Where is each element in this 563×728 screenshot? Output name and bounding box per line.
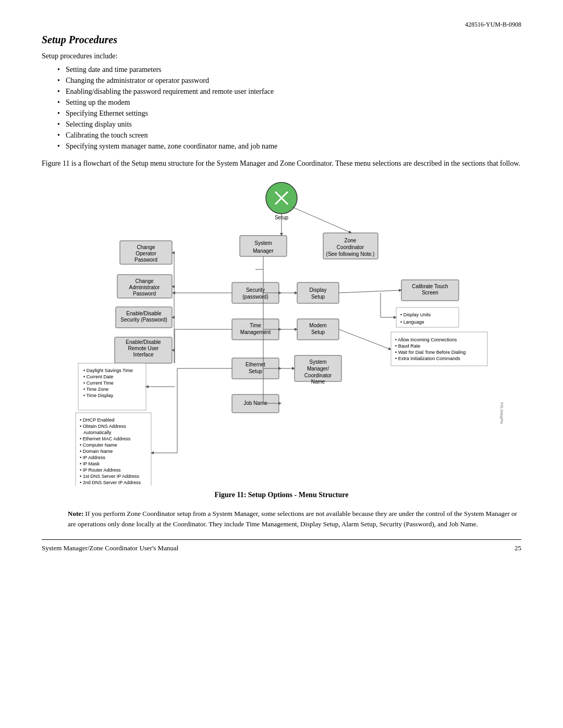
svg-text:Job Name: Job Name [243,400,267,406]
svg-text:Password: Password [134,257,157,263]
flowchart-svg: .box { fill: #d8d8d8; stroke: #555; stro… [47,178,516,486]
section-title: Setup Procedures [42,34,521,46]
svg-text:Change: Change [135,278,153,284]
svg-text:Modem: Modem [309,323,326,328]
figure-intro: Figure 11 is a flowchart of the Setup me… [42,158,521,169]
svg-text:• Allow Incoming Connections: • Allow Incoming Connections [395,337,457,342]
svg-text:System: System [254,240,272,246]
svg-text:• Baud Rate: • Baud Rate [395,343,420,349]
svg-text:Manager: Manager [253,248,274,254]
svg-text:FIG.SetupFlo: FIG.SetupFlo [499,402,504,424]
svg-rect-18 [297,282,339,303]
svg-text:Manager/: Manager/ [307,366,329,372]
svg-text:• DHCP Enabled: • DHCP Enabled [80,417,115,423]
svg-text:Enable/Disable: Enable/Disable [126,311,162,316]
flowchart-container: .box { fill: #d8d8d8; stroke: #555; stro… [42,178,521,486]
svg-line-106 [339,329,390,349]
svg-text:Display: Display [310,287,327,293]
bullet-item: Setting date and time parameters [57,66,521,74]
svg-text:Zone: Zone [345,238,357,243]
svg-text:• IP Router Address: • IP Router Address [80,467,121,473]
svg-text:Screen: Screen [422,290,438,295]
svg-text:Name: Name [311,379,325,385]
svg-text:Calibrate Touch: Calibrate Touch [412,283,448,289]
svg-text:Change: Change [137,244,155,250]
svg-text:Security (Password): Security (Password) [120,317,167,323]
footer-right: 25 [515,544,521,552]
svg-text:• Computer Name: • Computer Name [80,442,117,448]
bullet-item: Calibrating the touch screen [57,131,521,140]
svg-text:Interface: Interface [133,352,154,357]
svg-text:Automatically: Automatically [83,430,112,435]
bullet-item: Specifying system manager name, zone coo… [57,142,521,151]
svg-text:• Ethernet MAC Address: • Ethernet MAC Address [80,436,131,441]
svg-text:Time: Time [250,323,261,328]
svg-text:Setup: Setup [249,368,263,374]
svg-line-98 [339,290,400,293]
bullet-item: Selecting display units [57,120,521,129]
svg-text:• IP Address: • IP Address [80,455,106,460]
bullet-list: Setting date and time parameters Changin… [57,66,521,151]
svg-line-14 [292,207,350,232]
footer-bar: System Manager/Zone Coordinator User's M… [42,539,521,552]
svg-text:• Current Date: • Current Date [83,374,113,379]
svg-text:(See following Note.): (See following Note.) [326,251,375,257]
svg-text:• Domain Name: • Domain Name [80,449,113,454]
svg-text:• Display Units: • Display Units [400,312,431,317]
svg-text:Coordinator: Coordinator [337,244,364,250]
svg-text:• Obtain DNS Address: • Obtain DNS Address [80,424,126,429]
svg-text:• Language: • Language [400,319,424,325]
svg-text:Administrator: Administrator [129,285,161,290]
svg-text:• Current Time: • Current Time [83,380,114,386]
intro-text: Setup procedures include: [42,52,521,60]
svg-text:• Time Zone: • Time Zone [83,387,108,392]
svg-text:Coordinator: Coordinator [304,373,332,378]
svg-text:• Wait for Dial Tone Before Di: • Wait for Dial Tone Before Dialing [395,350,466,355]
svg-text:Setup: Setup [311,294,325,300]
page: 428516-YUM-B-0908 Setup Procedures Setup… [0,0,563,728]
svg-text:• Time Display: • Time Display [83,393,114,398]
svg-text:Management: Management [240,329,271,335]
bullet-item: Enabling/disabling the password requirem… [57,88,521,96]
svg-text:• IP Mask: • IP Mask [80,461,100,466]
figure-caption: Figure 11: Setup Options - Menu Structur… [42,491,521,499]
svg-text:Setup: Setup [311,329,325,335]
svg-text:Enable/Disable: Enable/Disable [126,339,161,345]
svg-text:• 2nd DNS Server IP Address: • 2nd DNS Server IP Address [80,480,141,485]
svg-text:System: System [309,359,326,365]
note-text: If you perform Zone Coordinator setup fr… [68,510,517,528]
bullet-item: Specifying Ethernet settings [57,109,521,118]
svg-text:• 1st DNS Server IP Address: • 1st DNS Server IP Address [80,474,140,479]
svg-text:Ethernet: Ethernet [246,362,265,367]
bullet-item: Changing the administrator or operator p… [57,77,521,85]
bullet-item: Setting up the modem [57,98,521,107]
note-label: Note: [68,510,83,517]
note-section: Note: If you perform Zone Coordinator se… [42,509,521,529]
svg-text:Operator: Operator [136,251,156,256]
doc-number: 428516-YUM-B-0908 [42,21,521,29]
svg-text:Remote User: Remote User [128,346,160,351]
footer-left: System Manager/Zone Coordinator User's M… [42,544,178,552]
svg-text:• Extra Initialization Command: • Extra Initialization Commands [395,356,460,361]
svg-text:Password: Password [133,291,156,297]
svg-text:Security: Security [246,287,265,293]
svg-text:• Daylight Savings Time: • Daylight Savings Time [83,368,133,373]
svg-text:(password): (password) [242,294,268,300]
